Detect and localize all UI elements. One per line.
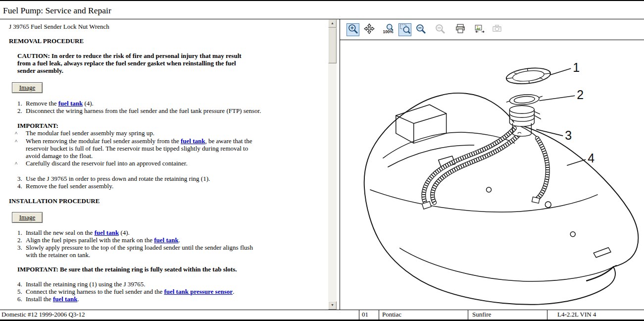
fuel-tank-link[interactable]: fuel tank xyxy=(58,100,83,107)
installation-image-button-label: Image xyxy=(19,214,35,221)
zoom-out-icon xyxy=(415,23,426,36)
zoom-100-label: 100% xyxy=(383,30,394,34)
bullet-text: When removing the modular fuel sender as… xyxy=(26,137,258,160)
step-text: Use the J 39765 in order to press down a… xyxy=(26,175,263,182)
installation-step-4: 4. Install the retaining ring (1) using … xyxy=(0,280,328,288)
step-number: 2. xyxy=(17,107,26,114)
removal-steps-3-4: 3. Use the J 39765 in order to press dow… xyxy=(0,175,328,190)
diagram-canvas[interactable]: 1 2 3 4 xyxy=(341,40,644,310)
installation-step-3: 3. Slowly apply pressure to the top of t… xyxy=(0,244,328,259)
step-number: 1. xyxy=(17,229,26,236)
status-engine: L4-2.2L VIN 4 xyxy=(547,310,644,320)
status-make: Pontiac xyxy=(379,310,468,320)
removal-image-button[interactable]: Image xyxy=(12,82,43,93)
service-manual-window: Fuel Pump: Service and Repair J 39765 Fu… xyxy=(0,0,644,321)
printer-icon xyxy=(455,23,466,36)
removal-steps-1-2: 1. Remove the fuel tank (4). 2. Disconne… xyxy=(0,100,328,114)
fuel-tank-pressure-sensor-link[interactable]: fuel tank pressure sensor xyxy=(164,288,233,295)
installation-steps-1-3: 1. Install the new seal on the fuel tank… xyxy=(0,229,328,259)
zoom-in-button[interactable] xyxy=(347,23,359,36)
removal-image-button-row: Image xyxy=(12,82,328,93)
important-item-1: ^ The modular fuel sender assembly may s… xyxy=(0,129,328,137)
step-text: Install the fuel tank. xyxy=(26,295,263,303)
zoom-window-icon xyxy=(399,23,410,36)
fuel-tank-link[interactable]: fuel tank xyxy=(181,137,205,145)
zoom-window-button[interactable] xyxy=(398,23,411,36)
step-number: 5. xyxy=(17,288,26,295)
step-number: 3. xyxy=(17,175,26,182)
down-arrow-icon: ▼ xyxy=(331,303,334,307)
pan-button[interactable] xyxy=(363,23,376,36)
scroll-up-button[interactable]: ▲ xyxy=(328,19,337,28)
step-number: 3. xyxy=(17,244,26,259)
copy-image-button[interactable] xyxy=(473,23,486,36)
removal-heading: REMOVAL PROCEDURE xyxy=(9,37,328,45)
scrollbar-thumb[interactable] xyxy=(328,28,337,63)
capture-image-button xyxy=(491,23,503,36)
print-button[interactable] xyxy=(454,23,467,36)
main-area: J 39765 Fuel Sender Lock Nut Wrench REMO… xyxy=(0,19,644,310)
caret-bullet: ^ xyxy=(15,160,26,167)
caret-bullet: ^ xyxy=(15,137,26,160)
zoom-100-icon: 100% xyxy=(383,23,394,36)
tool-reference: J 39765 Fuel Sender Lock Nut Wrench xyxy=(9,23,328,30)
removal-step-4: 4. Remove the fuel sender assembly. xyxy=(0,182,328,190)
status-bar: Domestic #12 1999-2006 Q3-12 01 Pontiac … xyxy=(0,310,644,320)
callout-4: 4 xyxy=(588,151,594,165)
installation-step-1: 1. Install the new seal on the fuel tank… xyxy=(0,229,328,236)
vertical-scrollbar[interactable]: ▲ ▼ xyxy=(328,19,337,310)
removal-important-heading: IMPORTANT: xyxy=(17,122,328,129)
step-text: Connect the wiring harness to the fuel s… xyxy=(26,288,263,295)
fuel-tank-link[interactable]: fuel tank xyxy=(154,236,178,244)
zoom-in-icon xyxy=(347,23,358,36)
removal-step-1: 1. Remove the fuel tank (4). xyxy=(0,100,328,107)
fuel-tank-link[interactable]: fuel tank xyxy=(95,229,119,236)
up-arrow-icon: ▲ xyxy=(331,21,334,25)
retaining-ring xyxy=(505,66,551,86)
zoom-out-full-icon xyxy=(435,23,446,36)
installation-steps-4-6: 4. Install the retaining ring (1) using … xyxy=(0,280,328,303)
step-number: 4. xyxy=(17,182,26,190)
step-number: 6. xyxy=(17,295,26,303)
pan-arrows-icon xyxy=(364,23,375,36)
callout-2: 2 xyxy=(577,88,584,102)
removal-important-list: ^ The modular fuel sender assembly may s… xyxy=(0,129,328,167)
status-code: 01 xyxy=(359,310,379,320)
status-model: Sunfire xyxy=(468,310,547,320)
step-number: 1. xyxy=(17,100,26,107)
step-text: Slowly apply pressure to the top of the … xyxy=(26,244,263,259)
installation-image-button[interactable]: Image xyxy=(12,212,43,223)
camera-icon xyxy=(492,23,502,36)
bullet-text: Carefully discard the reservoir fuel int… xyxy=(26,160,258,167)
viewer-toolbar: 100% xyxy=(340,19,644,40)
step-number: 4. xyxy=(17,280,26,288)
step-text: Install the new seal on the fuel tank (4… xyxy=(26,229,263,236)
step-number: 2. xyxy=(17,236,26,244)
important-item-2: ^ When removing the modular fuel sender … xyxy=(0,137,328,160)
installation-step-2: 2. Align the fuel pipes parallel with th… xyxy=(0,236,328,244)
bullet-text: The modular fuel sender assembly may spr… xyxy=(26,129,258,137)
installation-step-5: 5. Connect the wiring harness to the fue… xyxy=(0,288,328,295)
installation-heading: INSTALLATION PROCEDURE xyxy=(9,197,328,205)
callout-3: 3 xyxy=(565,128,572,142)
fuel-tank-diagram[interactable]: 1 2 3 4 xyxy=(341,40,644,310)
page-title: Fuel Pump: Service and Repair xyxy=(0,0,644,19)
copy-image-icon xyxy=(474,23,485,36)
step-text: Remove the fuel tank (4). xyxy=(26,100,263,107)
scroll-down-button[interactable]: ▼ xyxy=(328,301,337,310)
step-text: Install the retaining ring (1) using the… xyxy=(26,280,263,288)
zoom-100-button[interactable]: 100% xyxy=(382,23,395,36)
removal-caution: CAUTION: In order to reduce the risk of … xyxy=(17,52,250,74)
image-viewer-panel: 100% xyxy=(340,19,644,310)
zoom-out-full-button xyxy=(434,23,446,36)
important-item-3: ^ Carefully discard the reservoir fuel i… xyxy=(0,160,328,167)
removal-image-button-label: Image xyxy=(19,84,35,91)
step-text: Remove the fuel sender assembly. xyxy=(26,182,263,190)
installation-important: IMPORTANT: Be sure that the retaining ri… xyxy=(17,266,250,273)
step-text: Align the fuel pipes parallel with the m… xyxy=(26,236,263,244)
status-coverage: Domestic #12 1999-2006 Q3-12 xyxy=(0,310,359,320)
removal-step-3: 3. Use the J 39765 in order to press dow… xyxy=(0,175,328,182)
document-panel: J 39765 Fuel Sender Lock Nut Wrench REMO… xyxy=(0,19,328,310)
fuel-tank-link[interactable]: fuel tank xyxy=(53,295,77,303)
zoom-out-button[interactable] xyxy=(414,23,427,36)
